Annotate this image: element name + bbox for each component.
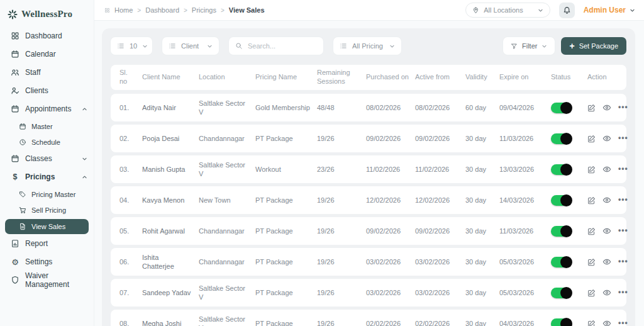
more-options-icon[interactable]: •••: [618, 164, 628, 174]
edit-icon[interactable]: [587, 227, 596, 235]
status-toggle[interactable]: [551, 318, 572, 326]
status-toggle[interactable]: [551, 288, 572, 298]
filter-button[interactable]: Filter: [503, 37, 555, 55]
cell-action: •••: [587, 226, 635, 236]
brand-logo: WellnessPro: [0, 5, 94, 28]
notification-bell-icon[interactable]: [559, 3, 575, 18]
edit-icon[interactable]: [587, 104, 596, 112]
sidebar-item-label: View Sales: [31, 223, 65, 230]
breadcrumb-separator: >: [137, 7, 141, 14]
edit-icon[interactable]: [587, 289, 596, 297]
search-input[interactable]: [248, 42, 317, 50]
sidebar-item-pricings[interactable]: $ Pricings: [0, 169, 94, 184]
sidebar-item-dashboard[interactable]: Dashboard: [0, 28, 94, 43]
cell-client: Kavya Menon: [142, 196, 199, 205]
user-name: Admin User: [584, 6, 626, 14]
cell-active: 12/02/2026: [415, 196, 465, 205]
cell-expire: 05/03/2026: [499, 257, 551, 266]
sidebar-item-sell-pricing[interactable]: Sell Pricing: [5, 203, 89, 217]
status-toggle[interactable]: [551, 257, 572, 267]
edit-icon[interactable]: [587, 320, 596, 326]
chevron-up-icon: [82, 106, 87, 112]
view-icon[interactable]: [602, 103, 611, 112]
tag-icon: [19, 191, 26, 198]
gear-icon: ⚙: [11, 257, 19, 266]
user-menu[interactable]: Admin User: [584, 6, 635, 14]
page-size-select[interactable]: 10: [111, 37, 152, 55]
status-toggle[interactable]: [551, 195, 572, 206]
cell-validity: 30 day: [465, 227, 499, 235]
sidebar-item-schedule[interactable]: Schedule: [5, 135, 89, 149]
chevron-down-icon: [142, 43, 148, 49]
top-header: Home > Dashboard > Pricings > View Sales…: [94, 0, 644, 21]
cell-action: •••: [587, 318, 635, 326]
status-toggle[interactable]: [551, 103, 572, 113]
more-options-icon[interactable]: •••: [618, 318, 628, 326]
sidebar-item-label: Dashboard: [25, 31, 62, 40]
chevron-down-icon: [82, 156, 87, 162]
more-options-icon[interactable]: •••: [618, 133, 628, 143]
breadcrumb-dashboard[interactable]: Dashboard: [145, 6, 179, 14]
cell-expire: 09/04/2026: [499, 103, 551, 112]
cell-remaining: 19/26: [317, 319, 366, 326]
sidebar-item-appointments[interactable]: Appointments: [0, 101, 94, 116]
sidebar-item-label: Classes: [25, 154, 52, 163]
more-options-icon[interactable]: •••: [618, 226, 628, 236]
sidebar-item-pricing-master[interactable]: Pricing Master: [5, 188, 89, 201]
sidebar-item-clients[interactable]: Clients: [0, 83, 94, 98]
edit-icon[interactable]: [587, 196, 596, 205]
calendar-icon: [11, 104, 19, 113]
sidebar-item-staff[interactable]: Staff: [0, 65, 94, 80]
cell-pricing: PT Package: [255, 227, 317, 235]
edit-icon[interactable]: [587, 258, 596, 266]
more-options-icon[interactable]: •••: [618, 195, 628, 205]
sidebar-item-classes[interactable]: Classes: [0, 151, 94, 166]
cell-validity: 30 day: [465, 134, 499, 143]
funnel-icon: [511, 43, 518, 50]
cell-purchased: 03/02/2026: [366, 257, 415, 266]
cell-client: Aditya Nair: [142, 103, 199, 112]
sidebar-item-master[interactable]: Master: [5, 120, 89, 133]
sidebar-item-view-sales[interactable]: View Sales: [5, 219, 89, 234]
set-package-button[interactable]: + Set Package: [561, 37, 626, 55]
cell-location: Saltlake Sector V: [199, 315, 255, 326]
pricing-filter-select[interactable]: All Pricing: [333, 37, 401, 55]
status-toggle[interactable]: [551, 133, 572, 144]
view-icon[interactable]: [602, 196, 611, 205]
sidebar-item-waiver-management[interactable]: Waiver Management: [0, 273, 94, 288]
edit-icon[interactable]: [587, 135, 596, 143]
cell-sl: 08.: [119, 319, 142, 326]
column-header: Remaining Sessions: [317, 69, 366, 86]
view-icon[interactable]: [602, 319, 611, 326]
status-toggle[interactable]: [551, 226, 572, 237]
sidebar-item-settings[interactable]: ⚙ Settings: [0, 254, 94, 269]
cell-pricing: PT Package: [255, 196, 317, 205]
breadcrumb-pricings[interactable]: Pricings: [192, 6, 216, 14]
sidebar-item-report[interactable]: Report: [0, 236, 94, 251]
cell-pricing: Workout: [255, 165, 317, 174]
chevron-down-icon: [538, 8, 543, 13]
edit-icon[interactable]: [587, 166, 596, 174]
table-row: 05.Rohit AgarwalChandannagarPT Package19…: [111, 217, 626, 245]
cell-action: •••: [587, 164, 635, 174]
cell-status: [551, 133, 587, 144]
cell-remaining: 48/48: [317, 103, 366, 112]
location-selector-value: All Locations: [484, 6, 523, 14]
breadcrumb-home[interactable]: Home: [114, 6, 133, 14]
sidebar-item-label: Master: [31, 123, 53, 130]
view-icon[interactable]: [602, 257, 611, 266]
sidebar-item-calendar[interactable]: Calendar: [0, 47, 94, 62]
more-options-icon[interactable]: •••: [618, 257, 628, 267]
view-icon[interactable]: [602, 227, 611, 235]
status-toggle[interactable]: [551, 164, 572, 175]
cell-validity: 30 day: [465, 288, 499, 297]
view-icon[interactable]: [602, 288, 611, 297]
location-selector[interactable]: All Locations: [465, 3, 550, 18]
search-box: [229, 37, 323, 55]
more-options-icon[interactable]: •••: [618, 288, 628, 298]
view-icon[interactable]: [602, 165, 611, 174]
table-row: 07.Sandeep YadavSaltlake Sector VPT Pack…: [111, 279, 626, 306]
entity-filter-select[interactable]: Client: [162, 37, 219, 55]
more-options-icon[interactable]: •••: [618, 103, 628, 113]
view-icon[interactable]: [602, 134, 611, 143]
